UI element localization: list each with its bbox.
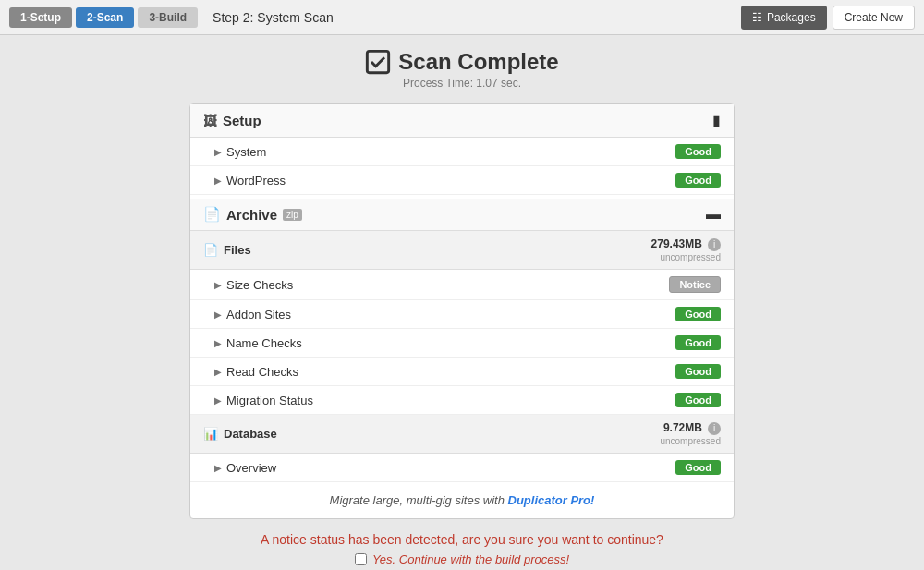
notice-warning-text: A notice status has been detected, are y… xyxy=(189,532,735,547)
size-checks-status-badge: Notice xyxy=(669,276,721,293)
top-bar: 1-Setup 2-Scan 3-Build Step 2: System Sc… xyxy=(0,0,924,35)
files-size: 279.43MB i uncompressed xyxy=(651,237,721,262)
arrow-icon: ▶ xyxy=(214,147,222,157)
migration-status-row: ▶ Migration Status Good xyxy=(190,386,734,415)
arrow-icon: ▶ xyxy=(214,280,222,290)
setup-system-row: ▶ System Good xyxy=(190,138,734,166)
promo-text: Migrate large, multi-gig sites with xyxy=(330,493,508,507)
arrow-icon: ▶ xyxy=(214,338,222,348)
read-checks-row: ▶ Read Checks Good xyxy=(190,358,734,386)
packages-icon: ☷ xyxy=(752,11,762,24)
database-title: 📊 Database xyxy=(203,427,277,441)
files-subsection-header: 📄 Files 279.43MB i uncompressed xyxy=(190,231,734,270)
name-checks-status-badge: Good xyxy=(675,335,721,350)
step-tab-setup[interactable]: 1-Setup xyxy=(9,7,72,28)
scan-complete-label: Scan Complete xyxy=(398,49,558,75)
overview-row: ▶ Overview Good xyxy=(190,454,734,482)
size-checks-label[interactable]: Size Checks xyxy=(226,278,293,292)
archive-minimize-icon[interactable]: ▬ xyxy=(706,206,721,223)
monitor-icon: 🖼 xyxy=(203,113,217,128)
top-bar-actions: ☷ Packages Create New xyxy=(741,6,915,30)
name-checks-label[interactable]: Name Checks xyxy=(226,336,302,350)
arrow-icon: ▶ xyxy=(214,309,222,320)
step-tab-scan[interactable]: 2-Scan xyxy=(76,7,134,28)
overview-label[interactable]: Overview xyxy=(226,461,276,475)
wordpress-label[interactable]: WordPress xyxy=(226,174,286,188)
archive-title: 📄 Archive zip xyxy=(203,206,302,223)
checkbox-check-icon xyxy=(365,49,391,75)
setup-section-header: 🖼 Setup ▮ xyxy=(190,104,734,138)
continue-checkbox[interactable] xyxy=(355,553,367,565)
continue-row: Yes. Continue with the build process! xyxy=(189,552,735,566)
bottom-notice: A notice status has been detected, are y… xyxy=(189,532,735,570)
addon-sites-status-badge: Good xyxy=(675,307,721,321)
arrow-icon: ▶ xyxy=(214,463,222,473)
database-info-icon[interactable]: i xyxy=(708,422,721,435)
addon-sites-row: ▶ Addon Sites Good xyxy=(190,300,734,329)
setup-title: 🖼 Setup xyxy=(203,113,261,128)
overview-status-badge: Good xyxy=(675,460,721,475)
database-icon: 📊 xyxy=(203,427,218,441)
scan-title: Scan Complete xyxy=(365,49,558,75)
promo-link[interactable]: Duplicator Pro! xyxy=(508,493,595,507)
setup-wordpress-row: ▶ WordPress Good xyxy=(190,166,734,195)
archive-type-badge: zip xyxy=(283,209,302,221)
read-checks-label[interactable]: Read Checks xyxy=(226,365,298,379)
name-checks-row: ▶ Name Checks Good xyxy=(190,329,734,358)
continue-label: Yes. Continue with the build process! xyxy=(372,552,569,566)
create-new-button[interactable]: Create New xyxy=(833,6,915,30)
archive-section-header: 📄 Archive zip ▬ xyxy=(190,199,734,231)
migration-status-label[interactable]: Migration Status xyxy=(226,394,313,407)
scan-header: Scan Complete Process Time: 1.07 sec. xyxy=(365,49,558,90)
files-title: 📄 Files xyxy=(203,243,251,257)
process-time: Process Time: 1.07 sec. xyxy=(365,77,558,90)
svg-rect-0 xyxy=(368,51,389,72)
file-icon: 📄 xyxy=(203,243,218,257)
scan-results-card: 🖼 Setup ▮ ▶ System Good ▶ WordPress Good… xyxy=(189,103,735,519)
step-tab-build[interactable]: 3-Build xyxy=(138,7,198,28)
migration-status-badge: Good xyxy=(675,393,721,407)
database-subsection-header: 📊 Database 9.72MB i uncompressed xyxy=(190,415,734,454)
database-size: 9.72MB i uncompressed xyxy=(660,421,721,446)
arrow-icon: ▶ xyxy=(214,176,222,186)
step-title: Step 2: System Scan xyxy=(213,10,334,25)
step-tabs: 1-Setup 2-Scan 3-Build Step 2: System Sc… xyxy=(9,7,334,28)
main-content: Scan Complete Process Time: 1.07 sec. 🖼 … xyxy=(0,35,924,570)
read-checks-status-badge: Good xyxy=(675,364,721,379)
size-checks-row: ▶ Size Checks Notice xyxy=(190,270,734,300)
system-label[interactable]: System xyxy=(226,145,266,159)
addon-sites-label[interactable]: Addon Sites xyxy=(226,308,291,321)
files-info-icon[interactable]: i xyxy=(708,238,721,251)
packages-button[interactable]: ☷ Packages xyxy=(741,6,827,30)
setup-trash-icon[interactable]: ▮ xyxy=(712,112,721,129)
system-status-badge: Good xyxy=(675,144,721,159)
archive-icon: 📄 xyxy=(203,206,221,223)
arrow-icon: ▶ xyxy=(214,367,222,377)
arrow-icon: ▶ xyxy=(214,395,222,406)
wordpress-status-badge: Good xyxy=(675,173,721,188)
promo-bar: Migrate large, multi-gig sites with Dupl… xyxy=(190,482,734,518)
